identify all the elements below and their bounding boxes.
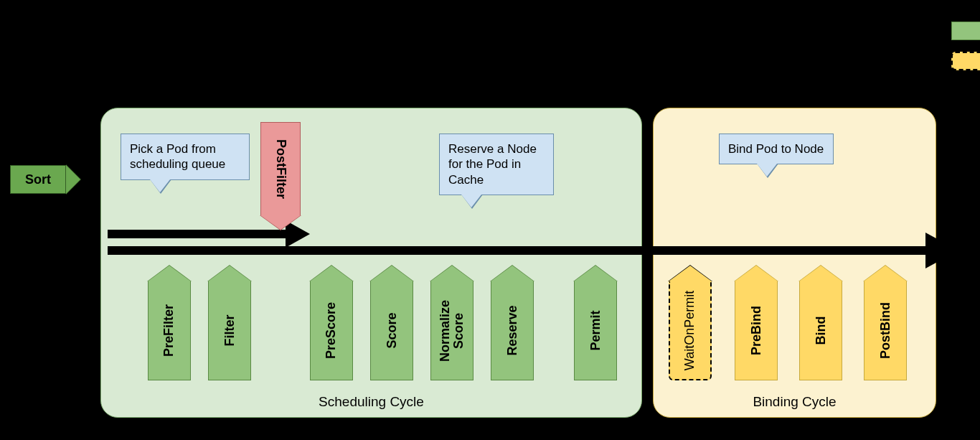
prefilter-label: PreFilter bbox=[162, 304, 177, 357]
score-label: Score bbox=[385, 312, 400, 348]
normalize-score-label: Normalize Score bbox=[438, 299, 466, 361]
queue-pop-arrow-icon bbox=[108, 230, 286, 238]
postfilter-label: PostFilter bbox=[273, 139, 288, 199]
prescore-label: PreScore bbox=[324, 302, 339, 359]
callout-reserve-node: Reserve a Node for the Pod in Cache bbox=[439, 134, 554, 195]
permit-label: Permit bbox=[588, 310, 603, 350]
scheduling-cycle-title: Scheduling Cycle bbox=[101, 394, 641, 410]
sort-stage: Sort bbox=[10, 165, 82, 194]
sort-label: Sort bbox=[25, 172, 51, 187]
wait-on-permit-label: WaitOnPermit bbox=[683, 290, 698, 370]
pipeline-arrow-head-icon bbox=[925, 233, 958, 268]
prebind-label: PreBind bbox=[749, 306, 764, 355]
diagram-canvas: Extensible Internal API Scheduling Cycle… bbox=[0, 0, 980, 440]
legend-extensible-icon bbox=[951, 22, 980, 40]
reserve-label: Reserve bbox=[505, 305, 520, 355]
bind-label: Bind bbox=[814, 317, 829, 345]
pipeline-arrow-icon bbox=[108, 246, 940, 255]
legend-internal-icon bbox=[951, 52, 980, 70]
callout-pick-pod-text: Pick a Pod from scheduling queue bbox=[130, 142, 225, 171]
normalize-score-l2: Score bbox=[451, 312, 466, 348]
postbind-label: PostBind bbox=[878, 302, 893, 359]
callout-pick-pod: Pick a Pod from scheduling queue bbox=[121, 134, 250, 180]
callout-reserve-node-text: Reserve a Node for the Pod in Cache bbox=[448, 142, 537, 187]
callout-bind-pod-text: Bind Pod to Node bbox=[728, 142, 824, 156]
filter-label: Filter bbox=[222, 314, 237, 346]
binding-cycle-title: Binding Cycle bbox=[654, 394, 936, 410]
postfilter-stage: PostFilter bbox=[260, 122, 301, 237]
callout-bind-pod: Bind Pod to Node bbox=[719, 134, 834, 164]
normalize-score-l1: Normalize bbox=[438, 299, 452, 361]
